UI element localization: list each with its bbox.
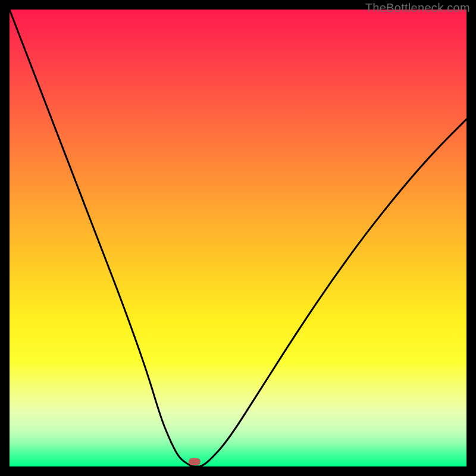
minimum-marker <box>189 458 201 465</box>
chart-plot-area <box>10 10 466 466</box>
curve-svg <box>10 10 466 466</box>
watermark-label: TheBottleneck.com <box>365 1 470 15</box>
bottleneck-curve <box>10 10 466 466</box>
